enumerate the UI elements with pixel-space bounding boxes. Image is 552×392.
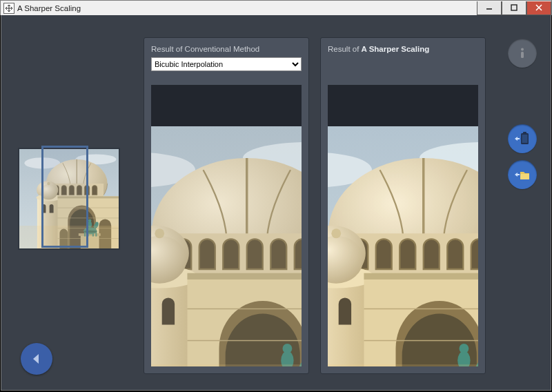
info-button[interactable] bbox=[508, 39, 537, 68]
info-icon bbox=[515, 46, 530, 61]
svg-rect-32 bbox=[521, 52, 524, 58]
sharper-header-prefix: Result of bbox=[328, 45, 362, 53]
copy-to-clipboard-button[interactable] bbox=[508, 124, 537, 153]
back-button[interactable] bbox=[21, 343, 52, 375]
clipboard-icon bbox=[513, 130, 531, 148]
source-thumbnail[interactable] bbox=[18, 148, 120, 250]
close-button[interactable] bbox=[526, 1, 551, 15]
conventional-panel: Result of Conventional Method Bicubic In… bbox=[144, 37, 309, 374]
svg-rect-34 bbox=[523, 132, 526, 135]
svg-rect-35 bbox=[522, 135, 528, 143]
conventional-result-image[interactable] bbox=[151, 85, 302, 366]
method-dropdown[interactable]: Bicubic Interpolation bbox=[151, 57, 302, 71]
title-bar: A Sharper Scaling bbox=[0, 0, 552, 15]
svg-point-31 bbox=[521, 48, 524, 51]
folder-icon bbox=[513, 166, 531, 184]
sharper-header-name: A Sharper Scaling bbox=[362, 45, 430, 53]
back-icon bbox=[30, 353, 43, 365]
sharper-panel-header: Result of A Sharper Scaling bbox=[328, 45, 478, 53]
window-title: A Sharper Scaling bbox=[17, 4, 477, 12]
maximize-button[interactable] bbox=[502, 1, 526, 15]
sharper-result-image[interactable] bbox=[328, 85, 478, 366]
move-icon bbox=[3, 3, 14, 14]
svg-rect-29 bbox=[511, 5, 517, 10]
conventional-panel-header: Result of Conventional Method bbox=[151, 45, 302, 53]
sharper-panel: Result of A Sharper Scaling bbox=[320, 37, 486, 374]
thumbnail-image bbox=[18, 148, 120, 250]
save-to-folder-button[interactable] bbox=[508, 160, 537, 189]
client-area: Result of Conventional Method Bicubic In… bbox=[1, 15, 551, 391]
minimize-button[interactable] bbox=[477, 1, 502, 15]
